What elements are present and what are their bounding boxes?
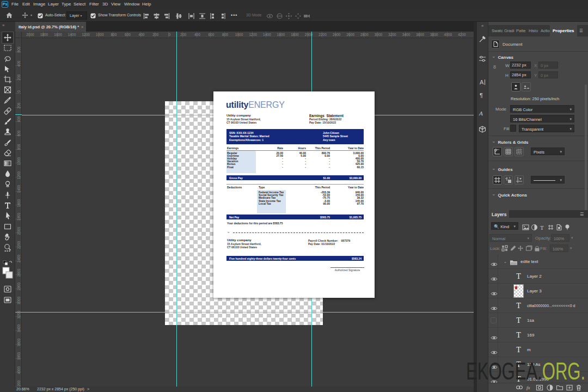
svg-text:fx: fx <box>526 385 530 390</box>
svg-text:¶: ¶ <box>480 92 483 99</box>
svg-text:A: A <box>480 79 484 85</box>
svg-text:A: A <box>479 110 483 117</box>
svg-text:T: T <box>540 224 544 231</box>
